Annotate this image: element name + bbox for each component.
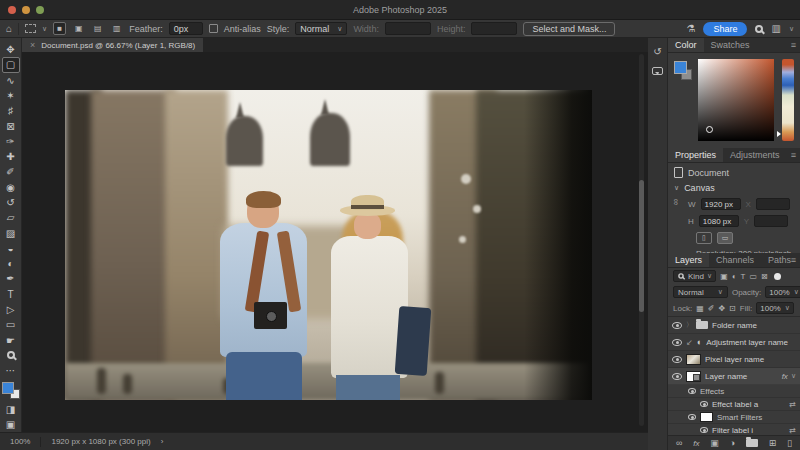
history-panel-icon[interactable]: ↺ [653,46,661,57]
twirl-icon[interactable]: 〉 [686,320,692,330]
fill-select[interactable]: 100% ∨ [756,302,794,314]
home-icon[interactable]: ⌂ [6,24,12,34]
tool-preset-caret-icon[interactable]: ∨ [42,25,47,33]
layer-row-adjustment[interactable]: ↙ ◐ Adjustment layer name [668,334,800,351]
frame-tool[interactable]: ⊠ [2,119,20,134]
comments-panel-icon[interactable] [652,67,663,75]
visibility-eye-icon[interactable] [700,427,708,433]
chevron-down-icon[interactable]: ∨ [674,184,679,192]
filter-shape-layers-icon[interactable]: ▭ [749,272,757,281]
rectangular-marquee-tool[interactable]: ▢ [2,57,20,72]
blend-options-icon[interactable]: ⇄ [789,426,796,435]
clone-stamp-tool[interactable]: ◉ [2,180,20,195]
close-tab-icon[interactable]: × [30,40,35,50]
lock-position-icon[interactable]: ✥ [718,304,725,313]
eyedropper-tool[interactable]: ✑ [2,134,20,149]
select-and-mask-button[interactable]: Select and Mask... [523,22,615,36]
filter-smart-objects-icon[interactable]: ⊠ [761,272,768,281]
delete-layer-icon[interactable]: ▯ [787,438,792,448]
lock-all-icon[interactable]: ⊡ [729,304,736,313]
path-selection-tool[interactable]: ▷ [2,302,20,317]
tab-adjustments[interactable]: Adjustments [723,148,787,162]
layer-thumbnail[interactable] [686,371,701,382]
status-chevron-icon[interactable]: › [161,437,164,446]
gradient-tool[interactable]: ▨ [2,225,20,240]
lasso-tool[interactable]: ∿ [2,73,20,88]
layer-filtering-toggle[interactable] [774,273,781,280]
anti-alias-checkbox[interactable] [209,24,218,33]
x-value-field[interactable] [756,198,790,210]
intersect-selection-mode-button[interactable]: ▥ [110,22,123,35]
layer-row-pixel[interactable]: Pixel layer name [668,351,800,368]
color-swatches[interactable] [2,382,20,399]
edit-toolbar-button[interactable]: ⋯ [2,363,20,378]
panel-menu-icon[interactable]: ≡ [791,40,796,50]
crop-tool[interactable]: ♯ [2,103,20,118]
chevron-down-icon[interactable]: ∨ [789,25,794,33]
new-selection-mode-button[interactable]: ■ [53,22,66,35]
shape-tool[interactable]: ▭ [2,317,20,332]
visibility-eye-icon[interactable] [672,373,682,380]
canvas-area[interactable] [22,52,648,432]
filter-type-layers-icon[interactable]: T [741,272,746,281]
new-group-icon[interactable] [746,439,758,447]
y-value-field[interactable] [754,215,788,227]
panel-menu-icon[interactable]: ≡ [791,255,796,265]
layer-row-smart-object[interactable]: Layer name fx ∨ [668,368,800,385]
panel-menu-icon[interactable]: ≡ [791,150,796,160]
brush-tool[interactable]: ✐ [2,164,20,179]
chevron-down-icon[interactable]: ∨ [791,372,796,380]
search-icon[interactable] [755,25,763,33]
smart-filters-row[interactable]: Smart Filters [668,411,800,424]
share-button[interactable]: Share [703,22,747,36]
opacity-select[interactable]: 100% ∨ [765,286,800,298]
filter-pixel-layers-icon[interactable]: ▣ [720,272,728,281]
width-input[interactable] [385,22,431,35]
filter-adjustment-layers-icon[interactable]: ◐ [732,272,737,281]
width-value-field[interactable]: 1920 px [701,198,741,210]
visibility-eye-icon[interactable] [688,414,696,420]
color-ramp-slider[interactable] [782,59,794,141]
move-tool[interactable]: ✥ [2,42,20,57]
add-layer-mask-icon[interactable]: ▣ [710,438,719,448]
type-tool[interactable]: T [2,287,20,302]
visibility-eye-icon[interactable] [672,356,682,363]
quick-mask-mode-button[interactable]: ◨ [2,401,20,416]
blur-tool[interactable]: ◒ [2,241,20,256]
eraser-tool[interactable]: ▱ [2,210,20,225]
tab-layers[interactable]: Layers [668,253,709,267]
add-selection-mode-button[interactable]: ▣ [72,22,85,35]
dodge-tool[interactable]: ◐ [2,256,20,271]
workspace-switcher-icon[interactable]: ▥ [771,24,780,34]
screen-mode-button[interactable]: ▣ [2,417,20,432]
vertical-scrollbar-thumb[interactable] [639,180,644,312]
layer-thumbnail[interactable] [686,354,701,365]
effects-row[interactable]: Effects [668,385,800,398]
height-input[interactable] [471,22,517,35]
landscape-orientation-button[interactable]: ▭ [717,232,733,244]
canvas-photo[interactable] [65,90,592,400]
new-adjustment-layer-icon[interactable]: ◑ [730,438,735,448]
tab-swatches[interactable]: Swatches [704,38,757,52]
fx-badge[interactable]: fx [782,372,788,381]
saturation-brightness-field[interactable] [698,59,774,141]
beaker-icon[interactable]: ⚗ [686,24,695,34]
zoom-level[interactable]: 100% [10,437,30,446]
zoom-tool[interactable] [2,348,20,363]
filter-mask-thumbnail[interactable] [700,412,713,422]
layer-effects-icon[interactable]: fx [693,439,699,448]
blend-mode-select[interactable]: Normal ∨ [673,286,728,298]
new-layer-icon[interactable]: ⊞ [769,438,777,448]
tab-properties[interactable]: Properties [668,148,723,162]
hand-tool[interactable]: ☛ [2,332,20,347]
visibility-eye-icon[interactable] [672,339,682,346]
style-select[interactable]: Normal ∨ [295,22,347,35]
healing-brush-tool[interactable]: ✚ [2,149,20,164]
document-tab[interactable]: × Document.psd @ 66.67% (Layer 1, RGB/8) [22,38,203,52]
portrait-orientation-button[interactable]: ▯ [696,232,712,244]
color-field-cursor[interactable] [706,126,713,133]
history-brush-tool[interactable]: ↺ [2,195,20,210]
visibility-eye-icon[interactable] [700,401,708,407]
link-layers-icon[interactable]: ∞ [676,438,682,448]
effect-item-row[interactable]: Effect label a ⇄ [668,398,800,411]
